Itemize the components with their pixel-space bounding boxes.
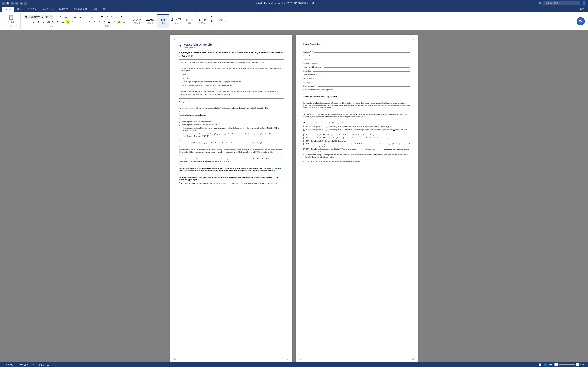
search-input[interactable]	[543, 1, 580, 5]
underline-btn[interactable]: U	[41, 20, 46, 24]
font-grow-btn[interactable]: A	[53, 15, 58, 19]
style-item-italic[interactable]: あア亜 強調斜体	[131, 14, 143, 28]
font-size-select[interactable]: 14	[45, 15, 53, 19]
b6-checkbox[interactable]	[303, 143, 305, 145]
cut-icon[interactable]: ✂	[3, 24, 8, 28]
line-spacing-btn[interactable]: ↕	[112, 20, 116, 24]
grid-icon[interactable]: ⊞	[2, 2, 5, 5]
tab-insert[interactable]: 挿入	[14, 7, 24, 12]
align-right-btn[interactable]: ≡	[97, 20, 102, 24]
font-shrink-btn[interactable]: A	[58, 15, 63, 19]
field-nationality: Nationality: ↵	[303, 69, 410, 72]
border-btn[interactable]: □	[122, 20, 126, 24]
b1-checkbox[interactable]	[303, 126, 305, 127]
title-right-section: 🔍 👤	[539, 1, 586, 6]
tab-review[interactable]: 校閲	[90, 7, 100, 12]
shading-btn[interactable]: A	[117, 20, 121, 24]
itm-checkbox[interactable]	[179, 124, 180, 126]
clear-format-btn[interactable]: ✦	[68, 15, 73, 19]
numbering-btn[interactable]: ≡	[95, 15, 99, 19]
b3-checkbox[interactable]	[303, 134, 305, 136]
zoom-slider[interactable]	[559, 364, 575, 365]
style-window-label[interactable]: [スタイル] ウィンドウ	[218, 19, 228, 24]
ribbon-content: 📋 ペースト ✂ 📄 🖌 MS 明朝 (本文) 14 A A Aₐ ✦	[0, 12, 588, 30]
b5-checkbox[interactable]	[303, 140, 305, 142]
italic-btn[interactable]: I	[36, 20, 41, 24]
view-web-icon[interactable]: 🌐	[544, 363, 547, 366]
style-item-compact[interactable]: あア亜 行間詰め	[196, 14, 208, 28]
save-icon[interactable]: 💾	[6, 2, 9, 5]
redo-icon[interactable]: ↪	[15, 2, 18, 5]
decrease-indent-btn[interactable]: ◁	[105, 15, 109, 19]
paste-icon[interactable]: 📋	[8, 15, 14, 20]
field-nationality-line	[313, 69, 410, 72]
diploma-note: ** Add a copy of your diploma(s) + accom…	[305, 160, 360, 163]
share-button[interactable]: 共有	[578, 7, 586, 12]
justify-btn[interactable]: ≡	[102, 20, 107, 24]
situation-b4: B.4: I have a VWO-diploma**, but not wit…	[303, 137, 410, 139]
font-family-select[interactable]: MS 明朝 (本文)	[24, 15, 44, 19]
style-item-bold[interactable]: あア亜 強調太字	[144, 14, 156, 28]
field-name-label: First and last name: ↵	[303, 55, 317, 57]
style-title-preview: あア亜	[171, 18, 181, 22]
show-marks-btn[interactable]: ¶	[119, 15, 124, 19]
custom-icon[interactable]: ▾	[24, 2, 27, 5]
undo-icon[interactable]: ↩	[11, 2, 14, 5]
title-bar-icons[interactable]: ⊞ 💾 ↩ ↪ 🖨 ▾	[2, 2, 27, 5]
align-center-btn[interactable]: ≡	[92, 20, 97, 24]
view-print-icon[interactable]: 📄	[538, 363, 541, 366]
style-item-title[interactable]: あア亜 表題	[170, 14, 182, 28]
tab-mailings[interactable]: 差し込み文書	[71, 7, 90, 12]
increase-indent-btn[interactable]: ▷	[109, 15, 114, 19]
text-effect-btn[interactable]: A	[61, 20, 65, 24]
title-bar: ⊞ 💾 ↩ ↪ 🖨 ▾ portfolio_ba_medince_incl_it…	[0, 0, 588, 7]
tab-layout[interactable]: レイアウト	[39, 7, 56, 12]
tab-view[interactable]: 表示	[100, 7, 110, 12]
bold-btn[interactable]: B	[31, 20, 36, 24]
strikethrough-btn[interactable]: abc	[46, 20, 50, 24]
change-case-btn[interactable]: Aₐ	[63, 15, 68, 19]
field-dob: Date of birth: ↵	[303, 81, 410, 83]
checkbox-dutch: I'm applying for the Dutch bachelor in M…	[179, 121, 284, 123]
tab-home[interactable]: ホーム	[2, 7, 14, 12]
zoom-in-btn[interactable]: +	[576, 363, 579, 366]
user-icon[interactable]: 👤	[582, 1, 586, 6]
view-read-icon[interactable]: 📖	[549, 363, 552, 366]
logo-area: ✦ Maastricht University Leading in Learn…	[179, 43, 284, 49]
style-item-subtitle[interactable]: あア亜 副題	[183, 14, 195, 28]
section1-title: Please tick the situation that applies t…	[179, 114, 284, 117]
parts-info: This portfolio consists of 9 parts, A th…	[179, 142, 284, 144]
superscript-btn[interactable]: X²	[56, 20, 60, 24]
first-time-checkbox[interactable]	[179, 183, 180, 184]
tab-references[interactable]: 参照設定	[56, 7, 71, 12]
bullets-btn[interactable]: ☰	[90, 15, 94, 19]
b4-checkbox[interactable]	[303, 137, 305, 139]
style-expand[interactable]: ≡	[209, 24, 214, 28]
field-id-label: ID number*: ↵	[303, 51, 313, 53]
font-color-btn[interactable]: A	[70, 20, 75, 24]
copy-icon[interactable]: 📄	[8, 24, 14, 28]
subscript-btn[interactable]: X₂	[51, 20, 55, 24]
proofread-icon[interactable]: ✓	[33, 363, 34, 366]
b7-checkbox[interactable]	[303, 148, 305, 150]
b2-checkbox[interactable]	[303, 129, 305, 131]
font-abc-btn[interactable]: abc	[73, 15, 77, 19]
column-btn[interactable]: ☰	[107, 20, 112, 24]
highlight-btn[interactable]: A	[66, 20, 70, 24]
zoom-out-btn[interactable]: −	[555, 363, 558, 366]
font-A-btn[interactable]: A	[78, 15, 82, 19]
print-icon[interactable]: 🖨	[20, 2, 23, 5]
styles-panel: あア亜 強調斜体 あア亜 強調太字 あ亜 標準 あア亜 表題 あア亜 副題 あア…	[130, 13, 215, 29]
dutch-checkbox[interactable]	[179, 121, 180, 123]
tab-design[interactable]: デザイン	[24, 7, 39, 12]
university-name: Maastricht University	[184, 43, 213, 47]
status-right: 📄 🌐 📖 − + 100%	[538, 363, 586, 366]
style-scroll-up[interactable]: ▲	[209, 15, 214, 19]
style-scroll-down[interactable]: ▼	[209, 19, 214, 24]
sort-btn[interactable]: AZ	[114, 15, 119, 19]
format-painter-icon[interactable]: 🖌	[14, 24, 19, 28]
style-item-standard[interactable]: あ亜 標準	[157, 14, 169, 28]
b2-label: B.2: This school year (2016-2017), I wil…	[306, 129, 410, 133]
multilevel-btn[interactable]: ≣	[100, 15, 104, 19]
align-left-btn[interactable]: ≡	[87, 20, 92, 24]
